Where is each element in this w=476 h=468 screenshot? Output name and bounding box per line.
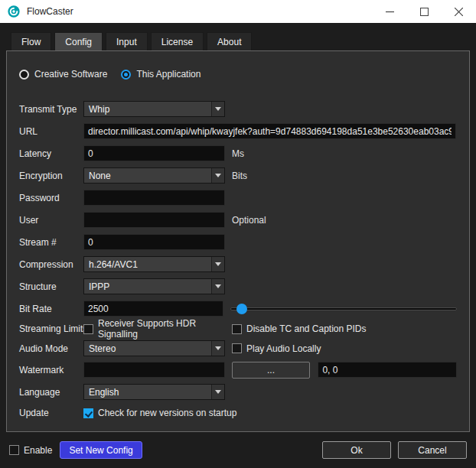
transmit-type-dropdown[interactable]: Whip <box>83 101 225 117</box>
bit-rate-row: Bit Rate <box>19 297 457 320</box>
transmit-type-label: Transmit Type <box>19 104 83 115</box>
maximize-button[interactable] <box>407 0 442 23</box>
minimize-button[interactable] <box>373 0 407 23</box>
user-row: User Optional <box>19 209 457 231</box>
update-label: Update <box>19 408 83 418</box>
user-input[interactable] <box>83 212 225 228</box>
chevron-down-icon <box>211 102 224 116</box>
bit-rate-slider[interactable] <box>230 302 457 316</box>
watermark-position-input[interactable] <box>318 362 457 378</box>
app-logo-icon <box>7 5 21 18</box>
encryption-label: Encryption <box>19 171 83 181</box>
latency-input[interactable] <box>83 145 225 161</box>
set-new-config-button[interactable]: Set New Config <box>60 441 142 459</box>
watermark-label: Watermark <box>19 365 83 375</box>
tab-license[interactable]: License <box>151 32 204 50</box>
close-button[interactable] <box>442 0 476 23</box>
tab-flow[interactable]: Flow <box>11 32 51 50</box>
tab-about[interactable]: About <box>207 32 252 50</box>
hdr-signalling-checkbox[interactable]: Receiver Supports HDR Signalling <box>83 318 232 340</box>
audio-mode-label: Audio Mode <box>19 343 83 354</box>
ok-button[interactable]: Ok <box>322 441 391 459</box>
tab-bar: Flow Config Input License About <box>11 32 252 50</box>
password-label: Password <box>19 193 83 203</box>
tab-config[interactable]: Config <box>54 32 103 50</box>
bit-rate-input[interactable] <box>83 301 223 317</box>
latency-row: Latency Ms <box>19 142 457 164</box>
compression-dropdown[interactable]: h.264/AVC1 <box>83 256 225 272</box>
url-label: URL <box>19 126 83 137</box>
encryption-row: Encryption None Bits <box>19 164 457 187</box>
chevron-down-icon <box>211 257 224 271</box>
streaming-limits-row: Streaming Limits Receiver Supports HDR S… <box>19 320 457 338</box>
password-row: Password <box>19 187 457 209</box>
tab-input[interactable]: Input <box>106 32 148 50</box>
checkbox-label: Check for new versions on startup <box>98 408 236 418</box>
close-icon <box>455 8 463 16</box>
radio-creative-software[interactable]: Creative Software <box>19 69 107 80</box>
window-controls <box>373 0 476 23</box>
chevron-down-icon <box>211 385 224 399</box>
radio-label: This Application <box>136 69 201 80</box>
target-radio-group: Creative Software This Application <box>19 67 457 81</box>
dropdown-value: Stereo <box>84 343 211 354</box>
disable-tc-caption-checkbox[interactable]: Disable TC and Caption PIDs <box>232 323 367 334</box>
password-input[interactable] <box>83 190 225 206</box>
check-new-versions-checkbox[interactable]: Check for new versions on startup <box>83 408 236 418</box>
cancel-button[interactable]: Cancel <box>398 441 467 459</box>
window-title: FlowCaster <box>27 6 73 17</box>
dropdown-value: IPPP <box>84 281 211 292</box>
watermark-row: Watermark ... <box>19 359 457 381</box>
transmit-type-row: Transmit Type Whip <box>19 98 457 120</box>
latency-unit-label: Ms <box>232 148 244 159</box>
url-input[interactable] <box>83 123 456 139</box>
radio-this-application[interactable]: This Application <box>121 69 201 80</box>
dropdown-value: English <box>84 387 211 398</box>
stream-number-label: Stream # <box>19 237 83 248</box>
config-panel: Creative Software This Application Trans… <box>6 50 470 432</box>
watermark-input[interactable] <box>83 362 225 378</box>
structure-dropdown[interactable]: IPPP <box>83 278 225 294</box>
compression-label: Compression <box>19 259 83 270</box>
watermark-browse-button[interactable]: ... <box>232 362 311 379</box>
chevron-down-icon <box>211 341 224 356</box>
latency-label: Latency <box>19 148 83 159</box>
language-dropdown[interactable]: English <box>83 384 225 400</box>
dropdown-value: h.264/AVC1 <box>84 259 211 270</box>
checkbox-label: Enable <box>24 445 52 456</box>
update-row: Update Check for new versions on startup <box>19 403 457 423</box>
audio-mode-row: Audio Mode Stereo Play Audio Locally <box>19 338 457 359</box>
language-label: Language <box>19 387 83 398</box>
streaming-limits-label: Streaming Limits <box>19 323 83 334</box>
checkbox-label: Play Audio Locally <box>246 343 321 354</box>
title-bar: FlowCaster <box>0 0 476 23</box>
slider-thumb[interactable] <box>236 304 247 314</box>
stream-number-input[interactable] <box>83 234 225 250</box>
checkbox-unchecked-icon <box>83 324 93 334</box>
stream-number-row: Stream # <box>19 231 457 253</box>
radio-selected-icon <box>121 70 131 80</box>
footer-bar: Enable Set New Config Ok Cancel <box>0 432 476 468</box>
audio-mode-dropdown[interactable]: Stereo <box>83 340 225 356</box>
checkbox-label: Receiver Supports HDR Signalling <box>98 318 232 340</box>
language-row: Language English <box>19 381 457 403</box>
structure-label: Structure <box>19 281 83 292</box>
user-label: User <box>19 215 83 226</box>
checkbox-unchecked-icon <box>232 343 242 353</box>
url-row: URL <box>19 120 457 142</box>
checkbox-unchecked-icon <box>9 445 19 455</box>
encryption-unit-label: Bits <box>232 171 247 181</box>
dropdown-value: Whip <box>84 104 211 115</box>
checkbox-unchecked-icon <box>232 324 242 334</box>
structure-row: Structure IPPP <box>19 275 457 297</box>
chevron-down-icon <box>211 279 224 294</box>
play-audio-locally-checkbox[interactable]: Play Audio Locally <box>232 343 321 354</box>
radio-label: Creative Software <box>34 69 107 80</box>
radio-unselected-icon <box>19 70 29 80</box>
slider-track <box>230 307 457 310</box>
encryption-dropdown[interactable]: None <box>83 167 225 184</box>
chevron-down-icon <box>211 168 224 183</box>
minimize-icon <box>386 8 394 16</box>
enable-checkbox[interactable]: Enable <box>9 445 52 456</box>
user-optional-label: Optional <box>232 215 266 226</box>
